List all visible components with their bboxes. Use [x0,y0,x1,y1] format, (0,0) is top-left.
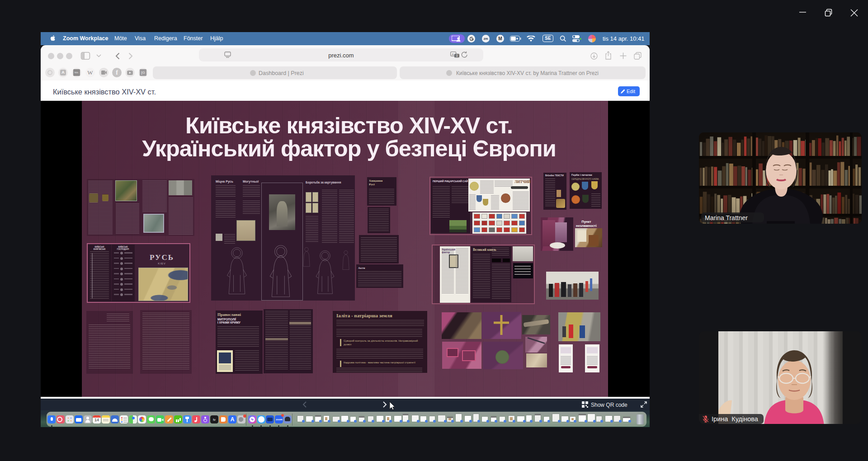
svg-text:文: 文 [456,54,459,57]
svg-text:A: A [452,52,454,56]
